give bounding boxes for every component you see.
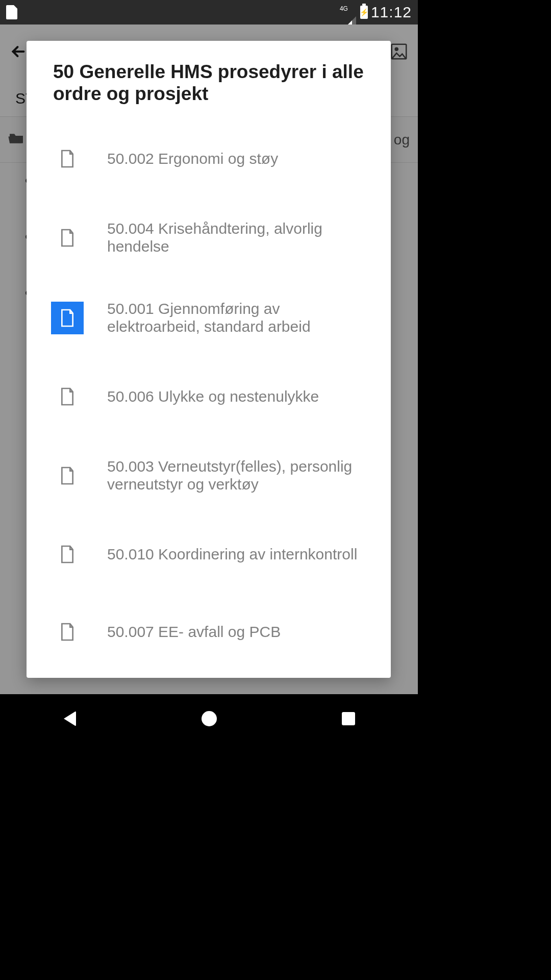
document-icon	[51, 459, 84, 492]
dialog-option[interactable]: 50.004 Krisehåndtering, alvorlig hendels…	[33, 198, 385, 278]
battery-charging-icon: ⚡	[360, 6, 368, 19]
nav-back-button[interactable]	[55, 703, 85, 734]
nav-home-button[interactable]	[194, 703, 224, 734]
image-placeholder-icon[interactable]	[389, 42, 409, 63]
nav-recents-button[interactable]	[333, 703, 364, 734]
document-icon	[51, 616, 84, 648]
document-icon	[51, 302, 84, 334]
dialog-option-label: 50.002 Ergonomi og støy	[107, 150, 278, 168]
document-icon	[51, 380, 84, 413]
breadcrumb-tail-text: og	[394, 132, 410, 148]
dialog-option[interactable]: 50.005 Stoffkartotek	[33, 671, 385, 673]
dialog-option-label: 50.007 EE- avfall og PCB	[107, 623, 281, 641]
status-clock: 11:12	[371, 4, 412, 21]
signal-icon	[346, 8, 356, 27]
document-icon	[51, 142, 84, 175]
status-bar: 4G ⚡ 11:12	[0, 0, 418, 24]
dialog-option-label: 50.003 Verneutstyr(felles), personlig ve…	[107, 458, 366, 493]
dialog-option[interactable]: 50.001 Gjennomføring av elektroarbeid, s…	[33, 278, 385, 358]
back-icon[interactable]	[9, 42, 28, 63]
dialog-option[interactable]: 50.007 EE- avfall og PCB	[33, 593, 385, 671]
svg-point-1	[395, 48, 398, 51]
document-icon	[51, 222, 84, 254]
dialog-option-list: 50.002 Ergonomi og støy 50.004 Krisehånd…	[33, 120, 385, 673]
dialog-option-label: 50.004 Krisehåndtering, alvorlig hendels…	[107, 220, 366, 255]
dialog-option[interactable]: 50.010 Koordinering av internkontroll	[33, 516, 385, 593]
dialog-option[interactable]: 50.003 Verneutstyr(felles), personlig ve…	[33, 435, 385, 516]
sd-card-icon	[6, 5, 17, 19]
dialog-option-label: 50.010 Koordinering av internkontroll	[107, 546, 357, 564]
dialog-option[interactable]: 50.006 Ulykke og nestenulykke	[33, 358, 385, 435]
dialog-option[interactable]: 50.002 Ergonomi og støy	[33, 120, 385, 198]
app-background: ST og 50 Generelle HMS prosedyrer i alle…	[0, 24, 418, 694]
document-icon	[51, 538, 84, 571]
dialog-option-label: 50.006 Ulykke og nestenulykke	[107, 388, 319, 406]
dialog-title: 50 Generelle HMS prosedyrer i alle ordre…	[33, 61, 385, 120]
document-picker-dialog: 50 Generelle HMS prosedyrer i alle ordre…	[27, 41, 391, 678]
folder-open-icon	[8, 131, 24, 148]
system-nav-bar	[0, 694, 418, 743]
dialog-option-label: 50.001 Gjennomføring av elektroarbeid, s…	[107, 300, 366, 335]
